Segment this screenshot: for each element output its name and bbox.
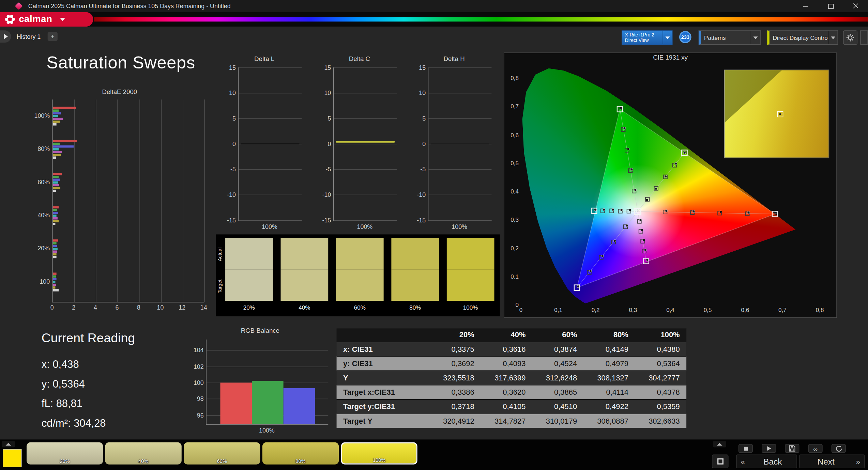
x-tick-label: 0,4 xyxy=(664,306,677,313)
table-row: Target Y320,4912314,7827310,0179306,0887… xyxy=(337,413,687,428)
add-tab-button[interactable]: + xyxy=(48,32,58,41)
pattern-button-80[interactable]: 80% xyxy=(262,442,339,465)
table-cell: 0,4093 xyxy=(481,357,532,371)
minimize-button[interactable] xyxy=(793,0,818,12)
meter-status-badge[interactable]: 233 xyxy=(679,31,691,43)
bar xyxy=(53,184,59,186)
calman-logo-menu[interactable]: calman xyxy=(0,12,93,27)
table-cell: 0,4922 xyxy=(584,400,635,414)
y-tick-label: 20% xyxy=(32,245,50,251)
bar xyxy=(53,242,57,244)
measured-point-magenta xyxy=(646,258,649,261)
patterns-dropdown-arrow[interactable] xyxy=(751,31,760,44)
table-header-cell: 40% xyxy=(481,328,532,342)
swatch-100: 100% xyxy=(447,234,494,316)
delta-h-chart: Delta H 100% 151050-5-10-15 xyxy=(411,54,497,231)
arrow-right-icon xyxy=(4,34,7,39)
swatch-label: 80% xyxy=(391,304,439,311)
next-label: Next xyxy=(800,457,852,466)
refresh-icon xyxy=(835,445,842,452)
bar xyxy=(53,145,74,147)
settings-button[interactable] xyxy=(843,30,857,45)
instrument-dropdown[interactable]: X-Rite i1Pro 2 Direct View xyxy=(622,30,672,45)
measured-point-yellow xyxy=(665,175,667,178)
y-tick-label: 10 xyxy=(411,90,426,96)
maximize-button[interactable] xyxy=(818,0,843,12)
play-button[interactable] xyxy=(762,444,776,453)
x-tick-label: 0,3 xyxy=(626,306,640,313)
deltae-2000-chart: DeltaE 2000 02468101214100%80%60%40%20%1… xyxy=(32,88,207,315)
pattern-window-button[interactable] xyxy=(712,455,729,469)
table-cell: 308,1327 xyxy=(584,371,635,385)
delta-c-chart: Delta C 100% 151050-5-10-15 xyxy=(317,54,402,231)
table-cell: 0,4149 xyxy=(584,342,635,356)
bar xyxy=(53,156,56,158)
stop-button[interactable] xyxy=(738,444,753,453)
y-tick-label: -10 xyxy=(411,191,426,198)
y-tick-label: 100 xyxy=(191,379,203,386)
chevron-down-icon xyxy=(60,18,65,21)
close-button[interactable] xyxy=(843,0,868,12)
pattern-label: 100% xyxy=(342,457,416,463)
loop-button[interactable] xyxy=(808,444,822,453)
page-title: Saturation Sweeps xyxy=(46,53,195,73)
expand-patterns-left-button[interactable] xyxy=(2,441,15,448)
sidebar-expand-button[interactable] xyxy=(0,30,11,43)
x-tick-label: 6 xyxy=(111,304,122,311)
delta-value-line xyxy=(241,143,300,144)
table-cell: 0,3692 xyxy=(429,357,481,371)
x-tick-label: 10 xyxy=(155,304,166,311)
chart-title: Delta L xyxy=(222,55,307,62)
x-axis-label: 100% xyxy=(206,427,328,433)
x-tick-label: 0 xyxy=(46,304,57,311)
table-header-cell: 60% xyxy=(532,328,584,342)
y-tick-label: 15 xyxy=(411,64,426,70)
y-tick-label: -10 xyxy=(222,191,236,198)
bar xyxy=(53,245,57,247)
panel-toggle-button[interactable] xyxy=(860,30,868,45)
window-icon xyxy=(717,458,723,465)
current-pattern-swatch xyxy=(3,449,21,467)
table-row-label: x: CIE31 xyxy=(337,342,430,356)
patterns-dropdown[interactable]: Patterns xyxy=(699,30,761,45)
swatch-40: 40% xyxy=(281,234,329,316)
measured-point-red xyxy=(747,211,750,214)
expand-transport-button[interactable] xyxy=(713,441,726,448)
y-tick-label: 0 xyxy=(222,140,236,147)
bar xyxy=(53,154,61,156)
measured-point-green xyxy=(623,127,626,129)
x-tick-label: 0,5 xyxy=(701,306,714,313)
save-button[interactable] xyxy=(785,444,799,453)
y-tick-label: -15 xyxy=(317,217,331,223)
measurement-table: 20%40%60%80%100%x: CIE310,33750,36160,38… xyxy=(337,328,687,428)
pattern-button-60[interactable]: 60% xyxy=(184,442,260,465)
gridline xyxy=(334,93,397,94)
y-tick-label: 15 xyxy=(222,64,236,70)
patterns-label: Patterns xyxy=(701,34,750,41)
tab-history-1[interactable]: History 1 xyxy=(17,33,41,40)
pattern-button-100[interactable]: 100% xyxy=(341,442,417,465)
back-button[interactable]: « Back xyxy=(736,455,797,469)
bar xyxy=(53,286,55,288)
pattern-button-40[interactable]: 40% xyxy=(105,442,182,465)
table-cell: 323,5518 xyxy=(429,371,481,385)
instrument-dropdown-arrow[interactable] xyxy=(663,31,672,44)
swatch-label: 40% xyxy=(281,304,329,311)
measured-point-magenta xyxy=(643,239,645,241)
bar xyxy=(53,217,58,219)
display-control-dropdown[interactable]: Direct Display Control xyxy=(767,30,838,45)
display-control-dropdown-arrow[interactable] xyxy=(828,31,838,44)
bar xyxy=(53,253,57,255)
header-bar: calman xyxy=(0,12,868,27)
pattern-button-20[interactable]: 20% xyxy=(27,442,103,465)
next-button[interactable]: Next » xyxy=(799,455,865,469)
chart-title: RGB Balance xyxy=(191,327,329,334)
y-tick-label: -10 xyxy=(317,191,331,198)
gridline xyxy=(239,194,302,195)
measured-point-cyan xyxy=(603,208,605,211)
inset-shading xyxy=(725,70,828,158)
refresh-button[interactable] xyxy=(832,444,846,453)
bar-blue xyxy=(284,388,315,424)
bar xyxy=(53,256,57,258)
pattern-label: 60% xyxy=(184,458,260,464)
